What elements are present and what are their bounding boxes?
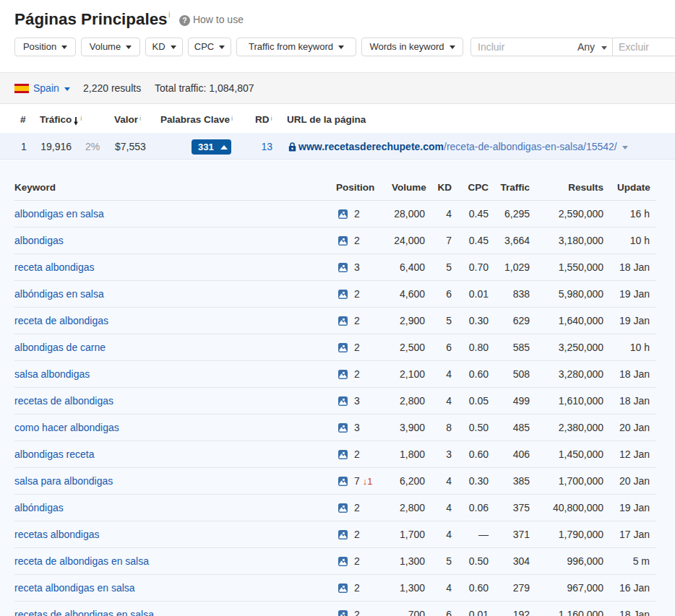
svg-text:?: ?	[182, 16, 186, 25]
